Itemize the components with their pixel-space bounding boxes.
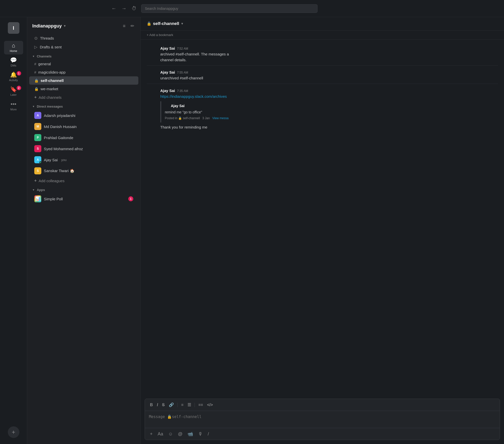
sidebar: Indianappguy ▼ ≡ ✏ ⊙ Threads ▷ Drafts & … bbox=[27, 17, 141, 444]
channels-section-header[interactable]: ▼ Channels bbox=[27, 51, 140, 60]
workspace-avatar[interactable]: I bbox=[4, 20, 23, 36]
dm-avatar-adarsh: A bbox=[34, 112, 41, 119]
message-group-archived: Ajay Sai 7:52 AM archived #self-channell… bbox=[147, 44, 498, 66]
dm-prahlad[interactable]: P Prahlad Gaitonde bbox=[29, 132, 138, 143]
add-channels-item[interactable]: + Add channels bbox=[29, 93, 138, 102]
link-button[interactable]: 🔗 bbox=[167, 401, 175, 408]
threads-nav-item[interactable]: ⊙ Threads bbox=[29, 34, 138, 43]
top-bar: ← → ⏱ bbox=[0, 0, 504, 17]
italic-button[interactable]: I bbox=[155, 402, 160, 408]
activity-badge: 1 bbox=[17, 71, 21, 76]
add-colleagues-icon: + bbox=[34, 178, 37, 183]
sidebar-item-dms[interactable]: 💬 DMs bbox=[4, 55, 23, 69]
text-format-button[interactable]: Aa bbox=[156, 430, 165, 438]
channel-general[interactable]: # general bbox=[29, 60, 138, 68]
svg-rect-0 bbox=[147, 46, 157, 56]
add-colleagues-item[interactable]: + Add colleagues bbox=[29, 176, 138, 185]
msg-time-1: 7:52 AM bbox=[177, 47, 188, 50]
dm-section-label: Direct messages bbox=[37, 105, 63, 108]
unordered-list-button[interactable]: ☰ bbox=[186, 401, 193, 408]
mention-button[interactable]: @ bbox=[176, 430, 184, 438]
later-badge: 2 bbox=[17, 86, 21, 90]
back-button[interactable]: ← bbox=[110, 4, 118, 13]
dm-syed[interactable]: S Syed Mohammed afroz bbox=[29, 143, 138, 154]
archive-link[interactable]: https://indianappguy.slack.com/archives bbox=[160, 94, 227, 99]
channel-magicslides[interactable]: # magicslides-app bbox=[29, 68, 138, 76]
toolbar-divider-1 bbox=[177, 403, 178, 407]
dm-avatar-prahlad: P bbox=[34, 134, 41, 141]
bold-button[interactable]: B bbox=[148, 402, 154, 408]
dm-avatar-sanskar: S bbox=[34, 167, 41, 174]
filter-button[interactable]: ≡ bbox=[122, 22, 127, 30]
add-bookmark-label: + Add a bookmark bbox=[147, 33, 173, 37]
sidebar-header: Indianappguy ▼ ≡ ✏ bbox=[27, 17, 140, 34]
add-workspace-button[interactable]: + bbox=[8, 426, 19, 438]
drafts-label: Drafts & sent bbox=[40, 45, 62, 49]
channel-magicslides-label: magicslides-app bbox=[38, 70, 66, 74]
msg-content-archived: Ajay Sai 7:52 AM archived #self-channell… bbox=[160, 46, 498, 63]
drafts-nav-item[interactable]: ▷ Drafts & sent bbox=[29, 43, 138, 51]
forward-button[interactable]: → bbox=[120, 4, 128, 13]
workspace-name[interactable]: Indianappguy ▼ bbox=[32, 23, 66, 29]
msg-content-reminder: Ajay Sai 7:35 AM https://indianappguy.sl… bbox=[160, 88, 498, 130]
dm-section-header[interactable]: ▼ Direct messages bbox=[27, 102, 140, 110]
dm-name-ajay: Ajay Sai bbox=[44, 158, 58, 162]
emoji-button[interactable]: ☺ bbox=[167, 430, 174, 438]
channel-self-channell[interactable]: 🔒 self-channell bbox=[29, 76, 138, 85]
sidebar-item-activity[interactable]: 1 🔔 Activity bbox=[4, 70, 23, 84]
quoted-text: remind me "go to office" bbox=[165, 110, 494, 115]
sidebar-item-home[interactable]: ⌂ Home bbox=[4, 41, 23, 54]
add-channels-icon: + bbox=[34, 95, 37, 100]
home-icon: ⌂ bbox=[12, 43, 15, 48]
msg-author-2: Ajay Sai bbox=[160, 70, 175, 74]
drafts-icon: ▷ bbox=[34, 45, 37, 49]
sidebar-item-later[interactable]: 2 🔖 Later bbox=[4, 85, 23, 98]
workspace-chevron: ▼ bbox=[63, 24, 66, 28]
app-simple-poll[interactable]: 📊 Simple Poll 1 bbox=[29, 193, 138, 204]
msg-text-archived: archived #self-channell. The messages ac… bbox=[160, 51, 498, 63]
compose-button[interactable]: ✏ bbox=[130, 22, 135, 30]
dm-ajay[interactable]: A Ajay Sai you bbox=[29, 154, 138, 165]
history-button[interactable]: ⏱ bbox=[130, 4, 138, 13]
attach-button[interactable]: + bbox=[148, 430, 154, 438]
dm-sanskar[interactable]: S Sanskar Tiwari 🏠 bbox=[29, 165, 138, 176]
code-button[interactable]: </> bbox=[206, 402, 214, 408]
msg-author-1: Ajay Sai bbox=[160, 46, 175, 50]
dm-avatar-syed: S bbox=[34, 145, 41, 152]
ordered-list-button[interactable]: ≡ bbox=[180, 402, 185, 408]
channel-we-market[interactable]: 🔒 we-market bbox=[29, 85, 138, 93]
hash-icon: # bbox=[34, 62, 36, 66]
blockquote-button[interactable]: ≡≡ bbox=[197, 402, 205, 408]
message-input[interactable] bbox=[145, 411, 500, 427]
msg-header-archived: Ajay Sai 7:52 AM bbox=[160, 46, 498, 50]
msg-header-reminder: Ajay Sai 7:35 AM bbox=[160, 88, 498, 93]
svg-rect-1 bbox=[147, 70, 157, 80]
apps-section-header[interactable]: ▼ Apps bbox=[27, 185, 140, 193]
simple-poll-badge: 1 bbox=[128, 196, 133, 201]
channel-general-label: general bbox=[38, 62, 51, 66]
msg-text-reminder: https://indianappguy.slack.com/archives … bbox=[160, 94, 498, 130]
chat-title[interactable]: 🔒 self-channell ▼ bbox=[147, 21, 184, 26]
channel-we-market-label: we-market bbox=[41, 87, 58, 91]
bookmark-bar[interactable]: + Add a bookmark bbox=[141, 30, 504, 40]
slash-button[interactable]: / bbox=[206, 430, 210, 438]
chat-chevron: ▼ bbox=[181, 22, 184, 25]
app-simple-poll-label: Simple Poll bbox=[44, 197, 63, 201]
audio-button[interactable]: 🎙 bbox=[197, 430, 204, 438]
dm-danish[interactable]: M Md Danish Hussain bbox=[29, 121, 138, 132]
channel-self-channell-label: self-channell bbox=[41, 78, 64, 83]
sidebar-item-more[interactable]: ••• More bbox=[4, 99, 23, 113]
chat-channel-name: self-channell bbox=[153, 21, 179, 26]
you-label: you bbox=[61, 158, 67, 162]
video-button[interactable]: 📹 bbox=[186, 430, 195, 438]
dm-adarsh[interactable]: A Adarsh priyadarshi bbox=[29, 110, 138, 121]
simple-poll-icon: 📊 bbox=[34, 195, 41, 202]
msg-time-3: 7:35 AM bbox=[177, 89, 188, 93]
view-message-link[interactable]: View messa bbox=[212, 116, 228, 120]
strikethrough-button[interactable]: S bbox=[161, 402, 166, 408]
channels-section-label: Channels bbox=[37, 54, 52, 58]
search-input[interactable] bbox=[141, 4, 318, 13]
toolbar-divider-2 bbox=[195, 403, 195, 407]
workspace-name-text: Indianappguy bbox=[32, 23, 62, 29]
msg-header-unarchived: Ajay Sai 7:55 AM bbox=[160, 70, 498, 74]
